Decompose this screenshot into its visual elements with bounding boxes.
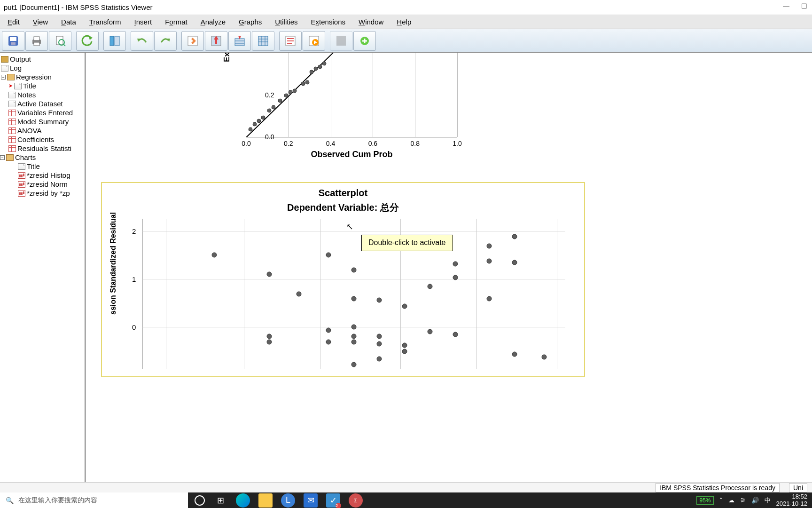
app-icon[interactable]: L	[281, 493, 295, 508]
tree-charts-title[interactable]: Title	[0, 162, 85, 171]
chart1-xtick: 1.0	[453, 140, 461, 147]
battery-indicator[interactable]: 95%	[696, 496, 713, 505]
taskbar-search[interactable]: 🔍 在这里输入你要搜索的内容	[0, 492, 188, 508]
menu-insert[interactable]: Insert	[128, 16, 159, 28]
collapse-icon[interactable]: −	[1, 75, 6, 79]
layout-button[interactable]	[103, 31, 126, 51]
menu-view[interactable]: View	[26, 16, 55, 28]
recall-button[interactable]	[76, 31, 99, 51]
menu-data[interactable]: Data	[55, 16, 83, 28]
menu-format[interactable]: Format	[158, 16, 194, 28]
svg-rect-2	[11, 42, 16, 45]
select-button[interactable]	[279, 31, 302, 51]
chart1-ytick: 0.0	[265, 133, 274, 141]
edge-icon[interactable]	[236, 493, 250, 508]
mail-icon[interactable]: ✉	[304, 493, 318, 508]
menu-analyze[interactable]: Analyze	[194, 16, 232, 28]
scatter-title: Scatterplot	[111, 188, 575, 198]
scatter-ytick: 2	[132, 227, 136, 235]
output-viewer[interactable]: Expe	[86, 53, 812, 492]
svg-line-8	[63, 44, 65, 46]
undo-button[interactable]	[131, 31, 153, 51]
tree-zresid-norm[interactable]: *zresid Norm	[0, 180, 85, 189]
maximize-button[interactable]: ☐	[801, 2, 807, 10]
table-icon	[8, 136, 16, 143]
arrow-icon: ➤	[8, 83, 13, 89]
menu-window[interactable]: Window	[352, 16, 390, 28]
print-button[interactable]	[25, 31, 48, 51]
svg-rect-4	[34, 37, 39, 40]
menu-help[interactable]: Help	[390, 16, 418, 28]
svg-rect-11	[115, 36, 119, 46]
book-icon	[6, 154, 14, 161]
onedrive-icon[interactable]: ☁	[728, 497, 734, 504]
svg-rect-10	[110, 36, 114, 46]
explorer-icon[interactable]	[258, 493, 273, 508]
tree-residuals[interactable]: Residuals Statisti	[0, 144, 85, 153]
menu-transform[interactable]: Transform	[83, 16, 128, 28]
taskview-icon[interactable]: ⊞	[213, 493, 227, 508]
tree-zresid-zp[interactable]: *zresid by *zp	[0, 189, 85, 198]
tree-variables-entered[interactable]: Variables Entered	[0, 108, 85, 117]
chart-icon	[18, 190, 25, 197]
table-icon	[8, 110, 16, 116]
book-icon	[7, 74, 15, 80]
menubar: EEditdit View Data Transform Insert Form…	[0, 15, 812, 29]
chart1-xtick: 0.6	[368, 140, 377, 147]
minimize-button[interactable]: —	[783, 2, 789, 10]
tray-chevron-icon[interactable]: ˄	[719, 497, 723, 504]
run-button[interactable]	[303, 31, 325, 51]
spss-icon[interactable]: Σ	[349, 493, 363, 508]
todo-icon[interactable]: ✓2	[326, 493, 340, 508]
scatter-ytick: 1	[132, 275, 136, 283]
tree-log[interactable]: Log	[0, 64, 85, 72]
collapse-icon[interactable]: −	[0, 155, 5, 160]
scatter-ytick: 0	[132, 323, 136, 331]
add-button[interactable]	[353, 31, 376, 51]
volume-icon[interactable]: 🔊	[751, 497, 759, 504]
tree-output[interactable]: Output	[0, 55, 85, 64]
table-icon	[8, 145, 16, 152]
outline-tree[interactable]: Output Log −Regression ➤Title Notes Acti…	[0, 53, 85, 484]
chart1-xtick: 0.0	[242, 140, 250, 147]
redo-button[interactable]	[154, 31, 177, 51]
cortana-icon[interactable]	[195, 495, 205, 506]
taskbar: 🔍 在这里输入你要搜索的内容 ⊞ L ✉ ✓2 Σ 95% ˄ ☁ ⚞ 🔊 中 …	[0, 492, 812, 508]
tree-zresid-hist[interactable]: *zresid Histog	[0, 171, 85, 180]
chart1-xtick: 0.8	[410, 140, 419, 147]
tree-model-summary[interactable]: Model Summary	[0, 117, 85, 126]
menu-utilities[interactable]: Utilities	[268, 16, 304, 28]
ime-indicator[interactable]: 中	[765, 496, 771, 505]
tree-title[interactable]: ➤Title	[0, 81, 85, 90]
svg-rect-19	[235, 39, 244, 46]
svg-rect-1	[10, 37, 16, 41]
tree-coefficients[interactable]: Coefficients	[0, 135, 85, 144]
preview-button[interactable]	[49, 31, 71, 51]
tree-notes[interactable]: Notes	[0, 90, 85, 99]
clock[interactable]: 18:52 2021-10-12	[776, 493, 808, 507]
title-icon	[18, 163, 25, 170]
goto-var-button[interactable]	[228, 31, 251, 51]
save-button[interactable]	[2, 31, 24, 51]
chart1-xlabel: Observed Cum Prob	[258, 150, 446, 159]
tree-charts[interactable]: −Charts	[0, 153, 85, 162]
scatterplot-chart[interactable]: Scatterplot Dependent Variable: 总分 ssion…	[101, 182, 585, 377]
goto-data-button[interactable]	[181, 31, 204, 51]
activate-tooltip: Double-click to activate	[361, 235, 453, 251]
tree-regression[interactable]: −Regression	[0, 72, 85, 81]
chart1-ytick: 0.2	[265, 91, 274, 99]
goto-case-button[interactable]	[205, 31, 227, 51]
disabled-button	[330, 31, 352, 51]
scatter-ylabel: ssion Standardized Residual	[109, 212, 117, 315]
tree-active-dataset[interactable]: Active Dataset	[0, 99, 85, 108]
menu-edit[interactable]: EEditdit	[1, 16, 26, 28]
wifi-icon[interactable]: ⚞	[740, 497, 746, 504]
pp-plot-chart[interactable]: Expe	[213, 53, 570, 168]
menu-extensions[interactable]: Extensions	[304, 16, 352, 28]
search-icon: 🔍	[6, 497, 14, 504]
svg-rect-23	[258, 36, 268, 46]
outline-sidebar: Output Log −Regression ➤Title Notes Acti…	[0, 53, 86, 492]
tree-anova[interactable]: ANOVA	[0, 126, 85, 135]
variables-button[interactable]	[252, 31, 274, 51]
menu-graphs[interactable]: Graphs	[232, 16, 268, 28]
